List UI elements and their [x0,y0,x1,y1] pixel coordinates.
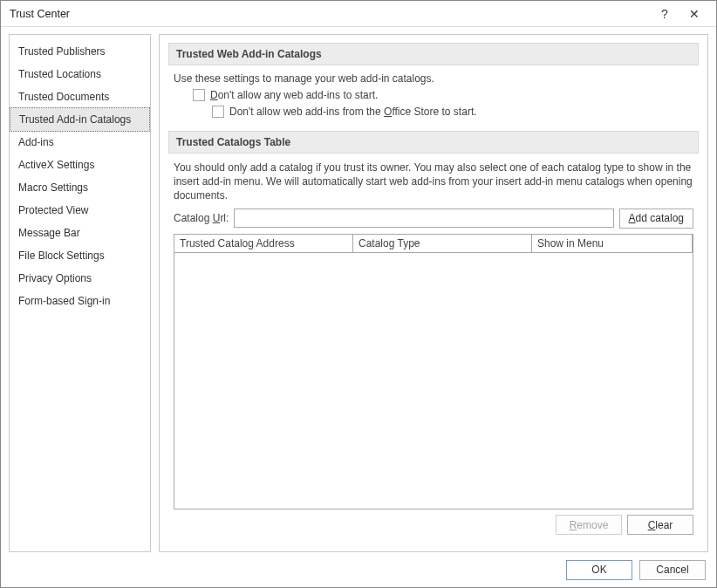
sidebar-item-trusted-locations[interactable]: Trusted Locations [10,63,150,85]
sidebar-item-macro-settings[interactable]: Macro Settings [10,176,150,199]
close-button[interactable]: ✕ [679,2,709,26]
sidebar-item-form-based-signin[interactable]: Form-based Sign-in [10,290,150,312]
catalog-url-input[interactable] [234,209,613,228]
column-header-show-in-menu[interactable]: Show in Menu [532,235,693,253]
checkbox-label: Don't allow any web add-ins to start. [210,89,378,101]
checkbox-icon[interactable] [212,106,224,118]
checkbox-icon[interactable] [193,89,205,101]
main-panel: Trusted Web Add-in Catalogs Use these se… [159,34,708,552]
help-button[interactable]: ? [650,2,679,26]
section-intro-text: You should only add a catalog if you tru… [174,161,693,203]
sidebar-item-protected-view[interactable]: Protected View [10,199,150,222]
trust-center-dialog: Trust Center ? ✕ Trusted Publishers Trus… [0,0,717,588]
section-body-catalogs-table: You should only add a catalog if you tru… [168,154,699,544]
checkbox-row-block-office-store[interactable]: Don't allow web add-ins from the Office … [212,106,693,118]
sidebar-item-file-block-settings[interactable]: File Block Settings [10,244,150,267]
dialog-title: Trust Center [10,8,650,20]
catalog-url-row: Catalog Url: Add catalog [174,209,693,229]
sidebar-item-trusted-documents[interactable]: Trusted Documents [10,85,150,108]
titlebar: Trust Center ? ✕ [1,1,716,27]
dialog-body: Trusted Publishers Trusted Locations Tru… [1,27,716,552]
ok-button[interactable]: OK [566,560,632,580]
column-header-type[interactable]: Catalog Type [353,235,532,253]
sidebar-item-trusted-publishers[interactable]: Trusted Publishers [10,40,150,63]
cancel-button[interactable]: Cancel [639,560,706,580]
sidebar-item-activex-settings[interactable]: ActiveX Settings [10,154,150,176]
sidebar-item-add-ins[interactable]: Add-ins [10,131,150,154]
section-intro-text: Use these settings to manage your web ad… [174,72,693,85]
sidebar-item-privacy-options[interactable]: Privacy Options [10,267,150,290]
section-header-catalogs-table: Trusted Catalogs Table [168,131,699,154]
column-header-address[interactable]: Trusted Catalog Address [174,235,353,253]
add-catalog-button[interactable]: Add catalog [619,209,693,229]
sidebar-item-message-bar[interactable]: Message Bar [10,222,150,244]
checkbox-label: Don't allow web add-ins from the Office … [229,106,477,118]
catalogs-table: Trusted Catalog Address Catalog Type Sho… [174,234,693,509]
table-body-empty [174,253,693,509]
sidebar-item-trusted-addin-catalogs[interactable]: Trusted Add-in Catalogs [10,107,150,132]
dialog-footer: OK Cancel [1,552,716,587]
clear-button[interactable]: Clear [627,515,693,535]
table-header: Trusted Catalog Address Catalog Type Sho… [174,235,693,253]
category-sidebar: Trusted Publishers Trusted Locations Tru… [9,34,151,552]
remove-button: Remove [556,515,622,535]
catalog-url-label: Catalog Url: [174,212,229,224]
section-header-web-addin: Trusted Web Add-in Catalogs [168,43,699,65]
section-body-web-addin: Use these settings to manage your web ad… [168,65,699,131]
table-actions: Remove Clear [174,515,693,535]
checkbox-row-block-all[interactable]: Don't allow any web add-ins to start. [193,89,693,101]
